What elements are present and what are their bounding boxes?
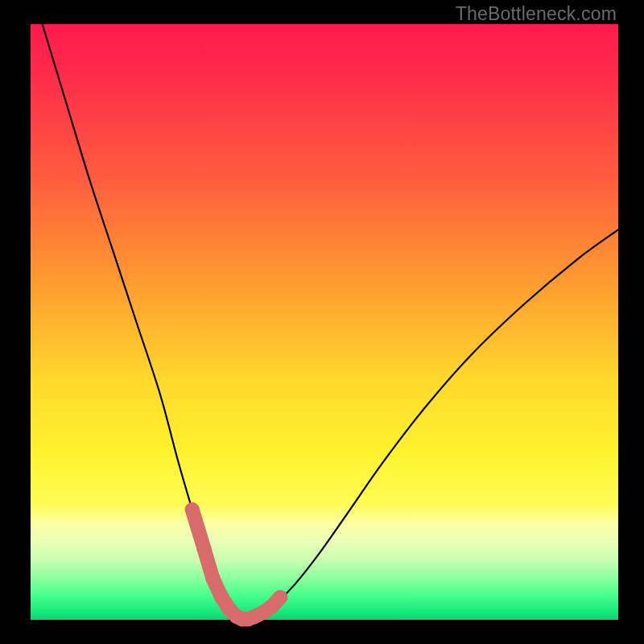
plot-area <box>31 24 618 620</box>
curve-svg <box>31 24 618 620</box>
valley-marker-dot <box>185 502 200 517</box>
marker-group <box>185 502 288 626</box>
valley-marker-dot <box>273 590 287 605</box>
chart-frame: TheBottleneck.com <box>0 0 644 644</box>
valley-marker-dot <box>214 590 229 605</box>
bottleneck-curve <box>43 24 618 620</box>
watermark-text: TheBottleneck.com <box>456 3 617 25</box>
valley-marker-dot <box>196 541 211 555</box>
valley-marker-dot <box>205 571 220 585</box>
